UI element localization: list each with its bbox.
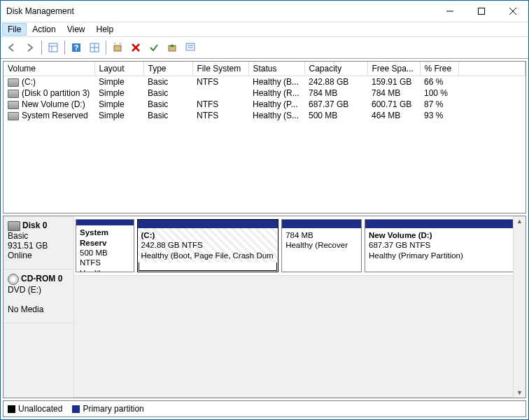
up-icon[interactable] (164, 39, 181, 56)
col-capacity[interactable]: Capacity (304, 62, 367, 76)
volume-icon (8, 90, 19, 98)
disk-list: Disk 0 Basic 931.51 GB Online CD-ROM 0 D… (3, 216, 74, 398)
scroll-down-icon[interactable]: ▼ (516, 389, 523, 396)
svg-rect-1 (478, 8, 484, 15)
table-row[interactable]: System ReservedSimpleBasicNTFSHealthy (S… (3, 110, 526, 121)
table-row[interactable]: (C:)SimpleBasicNTFSHealthy (B...242.88 G… (3, 76, 526, 88)
disk-map-pane: Disk 0 Basic 931.51 GB Online CD-ROM 0 D… (3, 216, 526, 398)
toolbar-view-icon[interactable] (45, 39, 62, 56)
col-freespace[interactable]: Free Spa... (367, 62, 420, 76)
back-button[interactable] (3, 39, 20, 56)
scrollbar[interactable]: ▲▼ (513, 216, 526, 398)
menu-view[interactable]: View (62, 23, 91, 36)
close-button[interactable] (497, 1, 528, 22)
volume-icon (8, 112, 19, 120)
menu-help[interactable]: Help (91, 23, 120, 36)
menu-action[interactable]: Action (27, 23, 61, 36)
help-icon[interactable]: ? (68, 39, 85, 56)
menu-file[interactable]: File (2, 23, 27, 36)
table-row[interactable]: New Volume (D:)SimpleBasicNTFSHealthy (P… (3, 99, 526, 110)
toolbar: ? (1, 37, 528, 59)
titlebar: Disk Management (1, 1, 528, 22)
partition-box[interactable]: New Volume (D:)687.37 GB NTFSHealthy (Pr… (365, 219, 513, 272)
refresh-icon[interactable] (109, 39, 126, 56)
legend-unallocated: Unallocated (8, 404, 62, 414)
svg-rect-16 (186, 43, 195, 50)
check-icon[interactable] (146, 39, 162, 56)
volume-table[interactable]: Volume Layout Type File System Status Ca… (3, 62, 526, 121)
disk-icon (8, 221, 20, 231)
legend: Unallocated Primary partition (3, 400, 526, 417)
partition-row: System Reserv500 MB NTFSHealthy (System(… (74, 216, 513, 276)
disk-entry-0[interactable]: Disk 0 Basic 931.51 GB Online (3, 216, 73, 270)
window-title: Disk Management (6, 6, 434, 16)
toolbar-grid-icon[interactable] (86, 39, 103, 56)
partition-row-empty (74, 276, 513, 398)
menubar: File Action View Help (1, 22, 528, 37)
col-volume[interactable]: Volume (3, 62, 94, 76)
maximize-button[interactable] (465, 1, 497, 22)
partition-box[interactable]: 784 MBHealthy (Recover (281, 219, 362, 272)
svg-text:?: ? (74, 43, 79, 52)
partition-box[interactable]: System Reserv500 MB NTFSHealthy (System (76, 219, 134, 272)
disk-entry-cdrom[interactable]: CD-ROM 0 DVD (E:) No Media (3, 270, 73, 323)
col-pctfree[interactable]: % Free (420, 62, 458, 76)
delete-icon[interactable] (127, 39, 144, 56)
col-type[interactable]: Type (143, 62, 192, 76)
legend-primary: Primary partition (72, 404, 143, 414)
partition-box[interactable]: (C:)242.88 GB NTFSHealthy (Boot, Page Fi… (137, 219, 279, 272)
cdrom-icon (8, 274, 19, 285)
volume-list-pane: Volume Layout Type File System Status Ca… (3, 61, 526, 214)
volume-icon (8, 101, 19, 109)
minimize-button[interactable] (434, 1, 465, 22)
svg-rect-12 (114, 46, 121, 51)
table-row[interactable]: (Disk 0 partition 3)SimpleBasicHealthy (… (3, 88, 526, 99)
forward-button[interactable] (22, 39, 38, 56)
partition-area: System Reserv500 MB NTFSHealthy (System(… (74, 216, 513, 398)
col-filesystem[interactable]: File System (192, 62, 248, 76)
col-status[interactable]: Status (248, 62, 304, 76)
volume-icon (8, 78, 19, 87)
col-layout[interactable]: Layout (94, 62, 143, 76)
scroll-up-icon[interactable]: ▲ (516, 218, 523, 225)
svg-rect-4 (49, 43, 57, 52)
properties-icon[interactable] (182, 39, 199, 56)
